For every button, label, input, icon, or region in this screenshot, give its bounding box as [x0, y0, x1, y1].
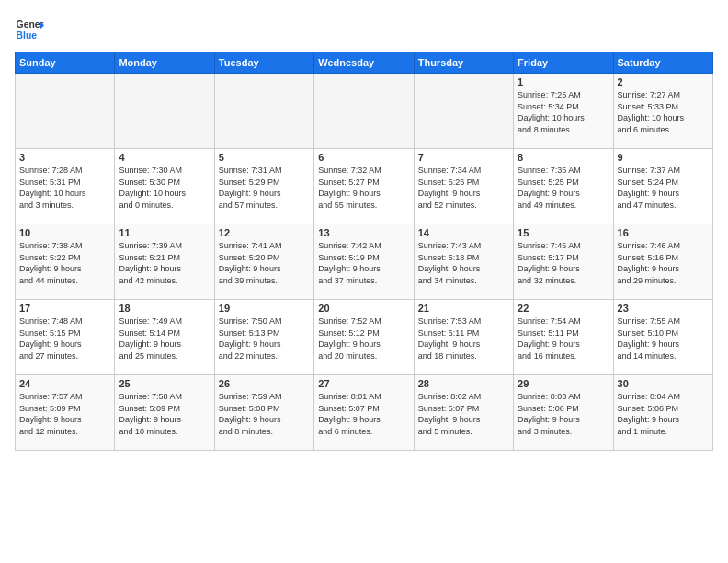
calendar-cell: 19Sunrise: 7:50 AM Sunset: 5:13 PM Dayli… — [214, 300, 313, 375]
day-number: 5 — [219, 152, 310, 163]
calendar-cell: 8Sunrise: 7:35 AM Sunset: 5:25 PM Daylig… — [514, 149, 613, 224]
day-number: 22 — [518, 303, 609, 314]
day-info: Sunrise: 7:35 AM Sunset: 5:25 PM Dayligh… — [518, 165, 609, 211]
calendar-cell: 4Sunrise: 7:30 AM Sunset: 5:30 PM Daylig… — [115, 149, 214, 224]
calendar-cell: 27Sunrise: 8:01 AM Sunset: 5:07 PM Dayli… — [314, 375, 414, 451]
day-info: Sunrise: 7:41 AM Sunset: 5:20 PM Dayligh… — [219, 240, 310, 286]
calendar-cell: 25Sunrise: 7:58 AM Sunset: 5:09 PM Dayli… — [115, 375, 214, 451]
calendar-cell: 18Sunrise: 7:49 AM Sunset: 5:14 PM Dayli… — [115, 300, 214, 375]
calendar-cell: 7Sunrise: 7:34 AM Sunset: 5:26 PM Daylig… — [414, 149, 513, 224]
day-number: 28 — [418, 378, 509, 389]
day-info: Sunrise: 7:38 AM Sunset: 5:22 PM Dayligh… — [19, 240, 110, 286]
day-info: Sunrise: 7:45 AM Sunset: 5:17 PM Dayligh… — [518, 240, 609, 286]
page-container: General Blue SundayMondayTuesdayWednesda… — [0, 0, 728, 458]
day-info: Sunrise: 7:39 AM Sunset: 5:21 PM Dayligh… — [119, 240, 210, 286]
day-number: 4 — [119, 152, 210, 163]
day-info: Sunrise: 7:58 AM Sunset: 5:09 PM Dayligh… — [119, 391, 210, 437]
calendar-cell: 22Sunrise: 7:54 AM Sunset: 5:11 PM Dayli… — [514, 300, 613, 375]
calendar-cell: 21Sunrise: 7:53 AM Sunset: 5:11 PM Dayli… — [414, 300, 513, 375]
calendar-cell: 20Sunrise: 7:52 AM Sunset: 5:12 PM Dayli… — [314, 300, 414, 375]
day-number: 23 — [618, 303, 709, 314]
day-number: 18 — [119, 303, 210, 314]
calendar-cell — [16, 74, 115, 149]
day-info: Sunrise: 7:49 AM Sunset: 5:14 PM Dayligh… — [119, 316, 210, 362]
calendar-week-row: 3Sunrise: 7:28 AM Sunset: 5:31 PM Daylig… — [16, 149, 713, 224]
day-info: Sunrise: 8:03 AM Sunset: 5:06 PM Dayligh… — [518, 391, 609, 437]
weekday-header-saturday: Saturday — [613, 52, 712, 74]
day-number: 24 — [19, 378, 110, 389]
calendar-cell: 17Sunrise: 7:48 AM Sunset: 5:15 PM Dayli… — [16, 300, 115, 375]
day-number: 25 — [119, 378, 210, 389]
day-number: 13 — [318, 227, 409, 238]
calendar-cell: 1Sunrise: 7:25 AM Sunset: 5:34 PM Daylig… — [514, 74, 613, 149]
day-number: 21 — [418, 303, 509, 314]
day-number: 14 — [418, 227, 509, 238]
calendar-table: SundayMondayTuesdayWednesdayThursdayFrid… — [15, 52, 713, 451]
weekday-header-wednesday: Wednesday — [314, 52, 414, 74]
day-info: Sunrise: 7:57 AM Sunset: 5:09 PM Dayligh… — [19, 391, 110, 437]
calendar-cell: 15Sunrise: 7:45 AM Sunset: 5:17 PM Dayli… — [514, 224, 613, 300]
day-info: Sunrise: 7:53 AM Sunset: 5:11 PM Dayligh… — [418, 316, 509, 362]
day-info: Sunrise: 8:02 AM Sunset: 5:07 PM Dayligh… — [418, 391, 509, 437]
day-number: 16 — [618, 227, 709, 238]
day-info: Sunrise: 7:54 AM Sunset: 5:11 PM Dayligh… — [518, 316, 609, 362]
calendar-cell: 2Sunrise: 7:27 AM Sunset: 5:33 PM Daylig… — [613, 74, 712, 149]
day-info: Sunrise: 7:34 AM Sunset: 5:26 PM Dayligh… — [418, 165, 509, 211]
day-number: 2 — [618, 76, 709, 87]
calendar-cell — [314, 74, 414, 149]
day-number: 11 — [119, 227, 210, 238]
day-number: 29 — [518, 378, 609, 389]
day-info: Sunrise: 8:04 AM Sunset: 5:06 PM Dayligh… — [618, 391, 709, 437]
day-info: Sunrise: 7:55 AM Sunset: 5:10 PM Dayligh… — [618, 316, 709, 362]
calendar-cell: 13Sunrise: 7:42 AM Sunset: 5:19 PM Dayli… — [314, 224, 414, 300]
calendar-cell: 5Sunrise: 7:31 AM Sunset: 5:29 PM Daylig… — [214, 149, 313, 224]
day-info: Sunrise: 7:31 AM Sunset: 5:29 PM Dayligh… — [219, 165, 310, 211]
calendar-cell — [414, 74, 513, 149]
weekday-header-monday: Monday — [115, 52, 214, 74]
calendar-cell: 10Sunrise: 7:38 AM Sunset: 5:22 PM Dayli… — [16, 224, 115, 300]
day-number: 1 — [518, 76, 609, 87]
day-number: 12 — [219, 227, 310, 238]
weekday-header-row: SundayMondayTuesdayWednesdayThursdayFrid… — [16, 52, 713, 74]
calendar-week-row: 1Sunrise: 7:25 AM Sunset: 5:34 PM Daylig… — [16, 74, 713, 149]
page-header: General Blue — [15, 15, 713, 44]
calendar-cell: 24Sunrise: 7:57 AM Sunset: 5:09 PM Dayli… — [16, 375, 115, 451]
day-number: 3 — [19, 152, 110, 163]
day-number: 19 — [219, 303, 310, 314]
day-info: Sunrise: 7:27 AM Sunset: 5:33 PM Dayligh… — [618, 89, 709, 135]
day-info: Sunrise: 7:25 AM Sunset: 5:34 PM Dayligh… — [518, 89, 609, 135]
calendar-cell: 16Sunrise: 7:46 AM Sunset: 5:16 PM Dayli… — [613, 224, 712, 300]
day-info: Sunrise: 7:46 AM Sunset: 5:16 PM Dayligh… — [618, 240, 709, 286]
calendar-cell: 30Sunrise: 8:04 AM Sunset: 5:06 PM Dayli… — [613, 375, 712, 451]
day-number: 27 — [318, 378, 409, 389]
calendar-cell: 23Sunrise: 7:55 AM Sunset: 5:10 PM Dayli… — [613, 300, 712, 375]
calendar-cell: 12Sunrise: 7:41 AM Sunset: 5:20 PM Dayli… — [214, 224, 313, 300]
day-number: 26 — [219, 378, 310, 389]
day-info: Sunrise: 7:48 AM Sunset: 5:15 PM Dayligh… — [19, 316, 110, 362]
day-number: 15 — [518, 227, 609, 238]
day-info: Sunrise: 8:01 AM Sunset: 5:07 PM Dayligh… — [318, 391, 409, 437]
day-info: Sunrise: 7:42 AM Sunset: 5:19 PM Dayligh… — [318, 240, 409, 286]
day-number: 10 — [19, 227, 110, 238]
day-number: 20 — [318, 303, 409, 314]
weekday-header-thursday: Thursday — [414, 52, 513, 74]
svg-text:Blue: Blue — [17, 30, 38, 40]
day-info: Sunrise: 7:52 AM Sunset: 5:12 PM Dayligh… — [318, 316, 409, 362]
day-info: Sunrise: 7:28 AM Sunset: 5:31 PM Dayligh… — [19, 165, 110, 211]
day-number: 6 — [318, 152, 409, 163]
calendar-cell: 9Sunrise: 7:37 AM Sunset: 5:24 PM Daylig… — [613, 149, 712, 224]
calendar-cell — [115, 74, 214, 149]
calendar-cell: 14Sunrise: 7:43 AM Sunset: 5:18 PM Dayli… — [414, 224, 513, 300]
calendar-cell: 26Sunrise: 7:59 AM Sunset: 5:08 PM Dayli… — [214, 375, 313, 451]
calendar-cell: 3Sunrise: 7:28 AM Sunset: 5:31 PM Daylig… — [16, 149, 115, 224]
day-number: 8 — [518, 152, 609, 163]
day-info: Sunrise: 7:50 AM Sunset: 5:13 PM Dayligh… — [219, 316, 310, 362]
calendar-week-row: 24Sunrise: 7:57 AM Sunset: 5:09 PM Dayli… — [16, 375, 713, 451]
calendar-cell: 11Sunrise: 7:39 AM Sunset: 5:21 PM Dayli… — [115, 224, 214, 300]
day-number: 17 — [19, 303, 110, 314]
calendar-cell: 29Sunrise: 8:03 AM Sunset: 5:06 PM Dayli… — [514, 375, 613, 451]
day-info: Sunrise: 7:43 AM Sunset: 5:18 PM Dayligh… — [418, 240, 509, 286]
weekday-header-friday: Friday — [514, 52, 613, 74]
day-number: 30 — [618, 378, 709, 389]
weekday-header-tuesday: Tuesday — [214, 52, 313, 74]
